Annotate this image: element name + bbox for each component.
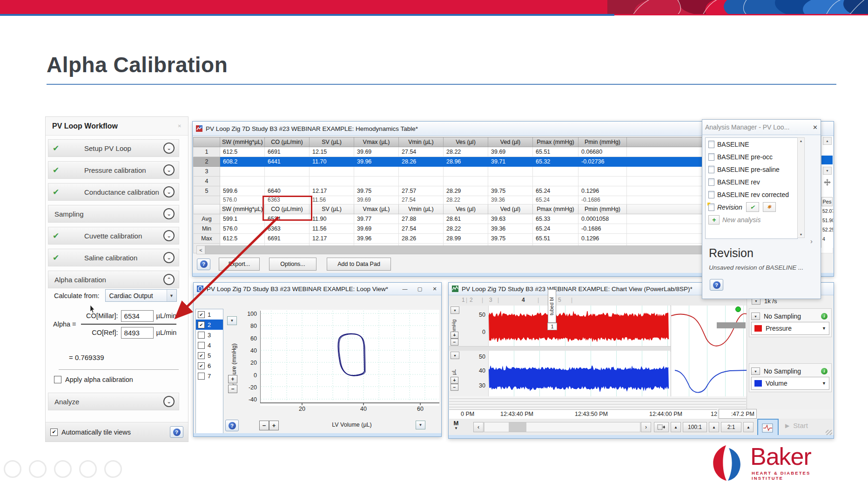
- channel-list-item[interactable]: 7: [196, 371, 223, 381]
- co-millar-input[interactable]: 6534: [121, 310, 154, 322]
- data-cell[interactable]: [354, 167, 399, 177]
- data-cell[interactable]: 6640: [265, 186, 310, 196]
- channel-checkbox[interactable]: ✔: [198, 321, 205, 328]
- tile-views-checkbox[interactable]: ✔: [50, 429, 58, 436]
- loop-channel-list[interactable]: ✔1✔234✔5✔67: [195, 309, 223, 434]
- hemo-column-header[interactable]: Pmax (mmHg): [533, 204, 579, 214]
- scroll-up-icon[interactable]: ▲: [798, 139, 804, 143]
- chevron-down-icon[interactable]: ⌄: [163, 208, 175, 219]
- x-zoom-out-button[interactable]: −: [259, 421, 269, 430]
- analysis-item[interactable]: BASELINE pre-saline: [706, 163, 797, 176]
- zoom-out-button[interactable]: −: [451, 384, 458, 391]
- analysis-item[interactable]: BASELINE rev corrected: [706, 188, 797, 201]
- row-number-cell[interactable]: 4: [194, 177, 220, 186]
- comment-annotation[interactable]: tubed bl: [548, 289, 556, 323]
- hemo-column-header[interactable]: SV (µL): [310, 204, 354, 214]
- hemo-column-header[interactable]: SV (µL): [310, 137, 354, 147]
- channel-list-item[interactable]: ✔1: [196, 309, 223, 320]
- data-cell[interactable]: 612.5: [220, 147, 265, 157]
- data-cell[interactable]: [444, 177, 488, 186]
- chevron-down-icon[interactable]: ⌄: [163, 164, 175, 176]
- new-analysis-item[interactable]: +New analysis: [706, 213, 797, 226]
- panel-options-icon[interactable]: ✕: [178, 123, 182, 129]
- data-cell[interactable]: 0.06680: [579, 147, 627, 157]
- analysis-list-scrollbar[interactable]: ▲ ▼: [797, 137, 805, 238]
- data-cell[interactable]: 27.57: [399, 186, 444, 196]
- chevron-down-icon[interactable]: ▼: [451, 352, 459, 359]
- hemo-column-header[interactable]: Vmin (µL): [399, 137, 444, 147]
- analysis-item[interactable]: BASELINE rev: [706, 176, 797, 188]
- channel1-plot[interactable]: [489, 306, 670, 346]
- hemo-column-header[interactable]: Pmin (mmHg): [579, 137, 627, 147]
- data-cell[interactable]: 608.2: [220, 157, 265, 167]
- workflow-item-saline-calibration[interactable]: ✔Saline calibration⌄: [48, 249, 179, 266]
- hemo-column-header[interactable]: Ved (µl): [488, 137, 533, 147]
- workflow-item-conductance-calibration[interactable]: ✔Conductance calibration⌄: [48, 183, 179, 201]
- data-cell[interactable]: [265, 177, 310, 186]
- data-cell[interactable]: 28.96: [444, 157, 488, 167]
- data-cell[interactable]: 6441: [265, 157, 310, 167]
- channel-checkbox[interactable]: [198, 342, 205, 349]
- expand-v-button[interactable]: ▲: [743, 422, 754, 432]
- scroll-up-icon[interactable]: ▲: [823, 137, 832, 145]
- zoom-in-button[interactable]: +: [451, 377, 458, 384]
- channel2-selector[interactable]: Volume ▼: [751, 377, 829, 390]
- data-cell[interactable]: 27.54: [399, 147, 444, 157]
- workflow-item-pressure-calibration[interactable]: ✔Pressure calibration⌄: [48, 161, 179, 179]
- y-zoom-out-button[interactable]: −: [228, 385, 237, 393]
- chevron-down-icon[interactable]: ▼: [416, 421, 425, 429]
- channel-list-item[interactable]: ✔5: [196, 350, 223, 361]
- data-cell[interactable]: [399, 167, 444, 177]
- zoom-in-button[interactable]: +: [451, 332, 458, 339]
- chevron-up-icon[interactable]: ⌃: [163, 274, 175, 285]
- block-number[interactable]: 5: [558, 297, 561, 303]
- hemo-column-header[interactable]: Ves (µl): [444, 137, 488, 147]
- workflow-item-alpha-calibration[interactable]: Alpha calibration⌃: [48, 271, 179, 288]
- chevron-down-icon[interactable]: ⌄: [163, 186, 175, 197]
- workflow-item-cuvette-calibration[interactable]: ✔Cuvette calibration⌄: [48, 227, 179, 245]
- data-cell[interactable]: 65.24: [533, 186, 579, 196]
- data-cell[interactable]: [310, 177, 354, 186]
- block-number[interactable]: 1: [462, 297, 465, 303]
- zoom-out-button[interactable]: −: [451, 339, 458, 346]
- data-cell[interactable]: [399, 177, 444, 186]
- info-icon[interactable]: i: [821, 313, 828, 320]
- row-number-cell[interactable]: 5: [194, 186, 220, 196]
- analysis-item[interactable]: BASELINE pre-occ: [706, 150, 797, 163]
- data-cell[interactable]: 39.96: [354, 157, 399, 167]
- help-button[interactable]: ?: [197, 259, 210, 270]
- maximize-icon[interactable]: ▢: [416, 286, 424, 292]
- data-cell[interactable]: -0.02736: [579, 157, 627, 167]
- data-cell[interactable]: 65.51: [533, 147, 579, 157]
- hemo-column-header[interactable]: Vmax (µL): [354, 137, 399, 147]
- channel-checkbox[interactable]: ✔: [198, 362, 205, 369]
- data-cell[interactable]: 65.32: [533, 157, 579, 167]
- data-cell[interactable]: 12.17: [310, 186, 354, 196]
- expand-h-button[interactable]: ▲: [709, 422, 719, 432]
- data-cell[interactable]: 28.26: [399, 157, 444, 167]
- data-cell[interactable]: 39.69: [354, 147, 399, 157]
- data-cell[interactable]: [533, 167, 579, 177]
- analysis-item[interactable]: BASELINE: [706, 138, 797, 150]
- hemo-scroll-track[interactable]: [205, 245, 722, 254]
- goto-end-button[interactable]: [654, 422, 669, 432]
- scroll-left-button[interactable]: ‹: [473, 422, 484, 432]
- block-number[interactable]: 3: [489, 297, 492, 303]
- add-to-datapad-button[interactable]: Add to Data Pad: [327, 258, 391, 271]
- export-button[interactable]: Export...: [219, 258, 260, 271]
- marker-icon[interactable]: M▼: [452, 421, 460, 431]
- minimize-icon[interactable]: —: [401, 286, 409, 292]
- chevron-down-icon[interactable]: ▼: [751, 313, 760, 320]
- info-icon[interactable]: i: [821, 368, 828, 374]
- workflow-item-analyze[interactable]: Analyze ⌄: [48, 393, 179, 410]
- help-button[interactable]: ?: [170, 426, 183, 438]
- chevron-down-icon[interactable]: ▼: [451, 306, 459, 314]
- expander-icon[interactable]: ›: [810, 237, 813, 245]
- loop-view-titlebar[interactable]: PV Loop Zig 7D Study B3 #23 WEBINAR EXAM…: [194, 283, 441, 295]
- hemo-column-header[interactable]: Pmin (mmHg): [579, 204, 627, 214]
- chevron-down-icon[interactable]: ⌄: [163, 252, 175, 263]
- row-number-cell[interactable]: 2: [194, 157, 220, 167]
- close-icon[interactable]: ✕: [813, 124, 818, 131]
- channel1-selector[interactable]: Pressure ▼: [751, 322, 829, 335]
- h-ratio-value[interactable]: 100:1: [683, 422, 707, 432]
